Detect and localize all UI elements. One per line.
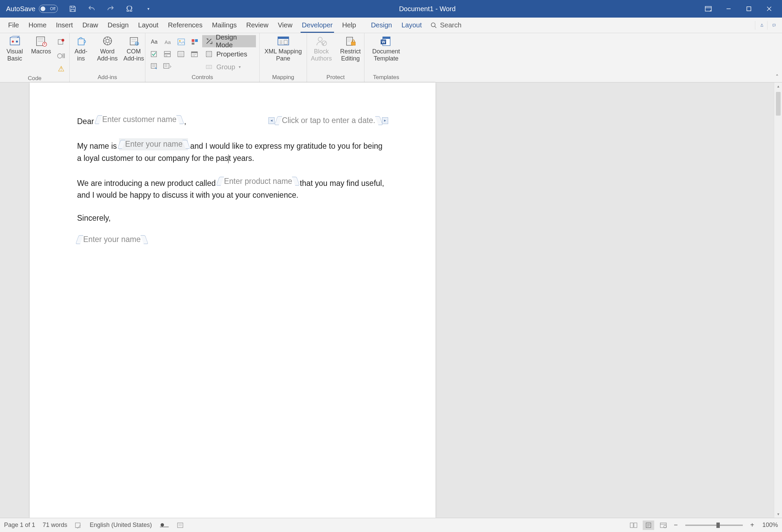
maximize-icon[interactable]: [742, 3, 756, 14]
scroll-thumb[interactable]: [776, 92, 781, 116]
close-icon[interactable]: [762, 3, 776, 14]
product-name-control[interactable]: Enter product name: [218, 175, 298, 188]
autosave-toggle[interactable]: AutoSave Off: [3, 5, 58, 13]
comments-icon[interactable]: [767, 21, 776, 30]
zoom-knob[interactable]: [716, 523, 720, 528]
rich-text-control-icon[interactable]: Aa: [149, 37, 160, 47]
tab-developer[interactable]: Developer: [297, 18, 337, 33]
ribbon-tabs-right: [748, 18, 779, 33]
greeting-line[interactable]: Dear Enter customer name , ◂ Click or ta…: [77, 114, 388, 127]
text-years: t years.: [229, 154, 254, 163]
ribbon-display-options-icon[interactable]: [702, 3, 715, 14]
intro-paragraph[interactable]: My name is Enter your name and I would l…: [77, 138, 388, 164]
date-picker-control-icon[interactable]: [189, 49, 200, 59]
tab-table-design[interactable]: Design: [366, 18, 397, 33]
web-layout-icon[interactable]: [658, 521, 669, 530]
design-mode-button[interactable]: Design Mode: [202, 35, 256, 47]
accessibility-slider-icon[interactable]: [159, 522, 169, 528]
tab-mailings[interactable]: Mailings: [207, 18, 241, 33]
tab-review[interactable]: Review: [241, 18, 273, 33]
print-layout-icon[interactable]: [643, 521, 654, 530]
vertical-scrollbar[interactable]: ▴ ▾: [774, 82, 782, 518]
addins-button[interactable]: Add- ins: [69, 35, 93, 62]
picture-control-icon[interactable]: [176, 37, 187, 47]
plain-text-control-icon[interactable]: Aa: [162, 37, 173, 47]
scroll-up-icon[interactable]: ▴: [774, 82, 782, 90]
redo-icon[interactable]: [106, 4, 115, 14]
share-icon[interactable]: [755, 21, 764, 30]
signature-name-control[interactable]: Enter your name: [77, 234, 146, 246]
autosave-switch[interactable]: Off: [39, 5, 58, 13]
restrict-editing-button[interactable]: Restrict Editing: [337, 35, 364, 62]
text-dear: Dear: [77, 117, 96, 126]
tab-file[interactable]: File: [3, 18, 24, 33]
document-page[interactable]: Dear Enter customer name , ◂ Click or ta…: [30, 82, 435, 518]
your-name-control[interactable]: Enter your name: [119, 138, 188, 150]
date-prev-icon[interactable]: ◂: [268, 117, 275, 124]
date-placeholder: Click or tap to enter a date.: [280, 115, 377, 127]
zoom-out-button[interactable]: −: [672, 521, 679, 529]
svg-rect-34: [164, 64, 169, 68]
com-addins-button[interactable]: COM Add-ins: [122, 35, 146, 62]
macro-security-icon[interactable]: ⚠: [56, 64, 67, 74]
block-authors-button: Block Authors: [308, 35, 335, 62]
record-macro-icon[interactable]: [56, 37, 67, 47]
search-button[interactable]: Search: [426, 21, 465, 29]
macro-recording-status-icon[interactable]: [177, 522, 184, 529]
visual-basic-button[interactable]: Visual Basic: [3, 35, 27, 62]
page-indicator[interactable]: Page 1 of 1: [4, 522, 35, 529]
restrict-editing-icon: [343, 35, 358, 47]
scroll-down-icon[interactable]: ▾: [774, 510, 782, 518]
tab-view[interactable]: View: [273, 18, 297, 33]
building-block-control-icon[interactable]: [189, 37, 200, 47]
dropdown-control-icon[interactable]: [176, 49, 187, 59]
svg-rect-12: [38, 41, 43, 42]
customer-name-control[interactable]: Enter customer name: [96, 114, 182, 126]
signature-control-line[interactable]: Enter your name: [77, 234, 388, 247]
signature-name-placeholder: Enter your name: [81, 234, 143, 246]
tab-insert[interactable]: Insert: [51, 18, 78, 33]
zoom-slider[interactable]: [685, 525, 743, 526]
svg-text:W: W: [382, 40, 385, 44]
svg-point-8: [12, 41, 14, 43]
collapse-ribbon-icon[interactable]: ˄: [776, 73, 779, 81]
tab-table-layout[interactable]: Layout: [397, 18, 426, 33]
properties-button[interactable]: Properties: [202, 48, 256, 60]
spellcheck-icon[interactable]: [75, 522, 82, 529]
visual-basic-icon: [7, 35, 22, 47]
pause-recording-icon[interactable]: ◯||: [56, 50, 67, 61]
zoom-level[interactable]: 100%: [762, 522, 778, 529]
com-addins-label: COM Add-ins: [123, 48, 144, 62]
tab-layout[interactable]: Layout: [134, 18, 163, 33]
product-paragraph[interactable]: We are introducing a new product called …: [77, 175, 388, 201]
checkbox-control-icon[interactable]: [149, 49, 160, 59]
group-mapping-label: Mapping: [272, 73, 294, 81]
tab-draw[interactable]: Draw: [78, 18, 103, 33]
omega-icon[interactable]: Ω: [125, 4, 134, 14]
date-picker-control[interactable]: ◂ Click or tap to enter a date. ▸: [268, 115, 388, 127]
customize-qat-icon[interactable]: ▾: [144, 4, 153, 14]
legacy-tools-icon[interactable]: [162, 61, 173, 72]
svg-rect-32: [191, 52, 197, 53]
tab-references[interactable]: References: [163, 18, 207, 33]
read-mode-icon[interactable]: [628, 521, 639, 530]
tab-home[interactable]: Home: [24, 18, 51, 33]
repeating-section-control-icon[interactable]: [149, 61, 160, 72]
save-icon[interactable]: [68, 4, 77, 14]
block-authors-label: Block Authors: [311, 48, 332, 62]
undo-icon[interactable]: [87, 4, 96, 14]
document-template-button[interactable]: W Document Template: [368, 35, 405, 62]
minimize-icon[interactable]: [722, 3, 735, 14]
word-addins-button[interactable]: Word Add-ins: [95, 35, 120, 62]
word-count[interactable]: 71 words: [43, 522, 67, 529]
xml-mapping-button[interactable]: XML Mapping Pane: [263, 35, 304, 62]
language-indicator[interactable]: English (United States): [90, 522, 152, 529]
closing-line[interactable]: Sincerely,: [77, 212, 388, 224]
tab-help[interactable]: Help: [337, 18, 361, 33]
svg-rect-27: [151, 51, 157, 57]
combobox-control-icon[interactable]: [162, 49, 173, 59]
date-next-icon[interactable]: ▸: [382, 117, 388, 124]
macros-button[interactable]: Macros: [29, 35, 53, 55]
tab-design[interactable]: Design: [103, 18, 133, 33]
zoom-in-button[interactable]: +: [749, 521, 756, 529]
